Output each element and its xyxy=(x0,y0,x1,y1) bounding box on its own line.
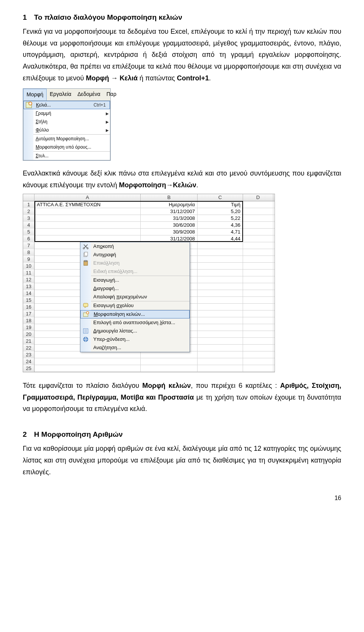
row-header[interactable]: 11 xyxy=(23,270,35,276)
cell[interactable] xyxy=(198,324,243,331)
row-header[interactable]: 19 xyxy=(23,324,35,331)
row-header[interactable]: 8 xyxy=(23,249,35,256)
cell[interactable] xyxy=(243,324,273,331)
row-header[interactable]: 18 xyxy=(23,317,35,324)
row-header[interactable]: 4 xyxy=(23,222,35,229)
menubar-tab-window[interactable]: Παρ xyxy=(104,89,119,100)
cell[interactable] xyxy=(198,263,243,269)
cell[interactable] xyxy=(243,283,273,290)
cell[interactable] xyxy=(198,358,243,365)
cell[interactable] xyxy=(198,351,243,358)
cell[interactable] xyxy=(243,311,273,317)
menu-item[interactable]: Φύλλο▶ xyxy=(24,126,110,134)
cell[interactable] xyxy=(243,222,273,228)
cell[interactable] xyxy=(198,297,243,303)
row-header[interactable]: 23 xyxy=(23,351,35,358)
cell[interactable]: 30/6/2008 xyxy=(141,222,198,228)
cell[interactable] xyxy=(198,242,243,249)
cell[interactable]: 4,44 xyxy=(198,235,243,242)
cell[interactable] xyxy=(198,345,243,351)
context-menu-item[interactable]: Δημιουργία λίστας... xyxy=(80,327,190,335)
cell[interactable] xyxy=(243,338,273,344)
context-menu-item[interactable]: Απαλοιφή περιεχομένων xyxy=(80,293,190,301)
menubar-tab-data[interactable]: Δεδομένα xyxy=(74,89,104,100)
cell[interactable] xyxy=(198,283,243,290)
cell[interactable]: Ημερομηνία xyxy=(141,201,198,208)
row-header[interactable]: 22 xyxy=(23,345,35,351)
cell[interactable]: 31/12/2007 xyxy=(141,208,198,215)
cell[interactable] xyxy=(243,290,273,296)
context-menu-item[interactable]: Μορφοποίηση κελιών... xyxy=(80,310,190,318)
row-header[interactable]: 13 xyxy=(23,283,35,290)
context-menu-item[interactable]: Αντιγραφή xyxy=(80,251,190,259)
cell[interactable] xyxy=(35,365,141,372)
cell[interactable] xyxy=(198,270,243,276)
cell[interactable]: ATTICA A.E. ΣΥΜΜΕΤΟΧΩΝ xyxy=(35,201,141,208)
row-header[interactable]: 12 xyxy=(23,276,35,283)
row-header[interactable]: 16 xyxy=(23,304,35,311)
cell[interactable]: 5,22 xyxy=(198,215,243,221)
cell[interactable] xyxy=(243,345,273,351)
menu-item[interactable]: Γραμμή▶ xyxy=(24,109,110,118)
context-menu-item[interactable]: Υπερ-σύνδεση... xyxy=(80,335,190,343)
cell[interactable] xyxy=(141,358,198,365)
cell[interactable] xyxy=(243,242,273,249)
cell[interactable] xyxy=(243,331,273,337)
cell[interactable] xyxy=(198,311,243,317)
cell[interactable]: Τιμή xyxy=(198,201,243,208)
column-header-C[interactable]: C xyxy=(198,194,243,201)
cell[interactable] xyxy=(243,304,273,310)
cell[interactable]: 4,36 xyxy=(198,222,243,228)
select-all-corner[interactable] xyxy=(23,194,35,201)
cell[interactable]: 30/9/2008 xyxy=(141,229,198,235)
cell[interactable] xyxy=(243,215,273,221)
cell[interactable] xyxy=(198,304,243,310)
cell[interactable] xyxy=(243,351,273,358)
cell[interactable] xyxy=(198,249,243,256)
cell[interactable] xyxy=(243,249,273,256)
cell[interactable] xyxy=(35,358,141,365)
cell[interactable] xyxy=(198,256,243,262)
row-header[interactable]: 9 xyxy=(23,256,35,263)
cell[interactable] xyxy=(243,208,273,215)
cell[interactable]: 5,20 xyxy=(198,208,243,215)
cell[interactable] xyxy=(243,365,273,372)
cell[interactable] xyxy=(243,256,273,262)
cell[interactable] xyxy=(243,317,273,324)
cell[interactable] xyxy=(243,263,273,269)
row-header[interactable]: 7 xyxy=(23,242,35,249)
context-menu-item[interactable]: Εισαγωγή σχολίου xyxy=(80,301,190,310)
cell[interactable] xyxy=(243,270,273,276)
menu-item[interactable]: Κελιά...Ctrl+1 xyxy=(24,101,110,109)
menubar-tab-format[interactable]: Μορφή xyxy=(23,89,47,100)
menu-item[interactable]: Στήλη▶ xyxy=(24,118,110,126)
row-header[interactable]: 17 xyxy=(23,311,35,317)
column-header-D[interactable]: D xyxy=(243,194,273,201)
cell[interactable] xyxy=(243,276,273,283)
row-header[interactable]: 3 xyxy=(23,215,35,222)
cell[interactable] xyxy=(198,338,243,344)
cell[interactable] xyxy=(243,229,273,235)
context-menu-item[interactable]: Διαγραφή... xyxy=(80,284,190,293)
cell[interactable]: 31/12/2008 xyxy=(141,235,198,242)
menubar-tab-tools[interactable]: Εργαλεία xyxy=(47,89,74,100)
context-menu-item[interactable]: Εισαγωγή... xyxy=(80,276,190,284)
row-header[interactable]: 5 xyxy=(23,229,35,235)
cell[interactable] xyxy=(198,317,243,324)
row-header[interactable]: 20 xyxy=(23,331,35,338)
cell[interactable] xyxy=(141,351,198,358)
context-menu-item[interactable]: Αποκοπή xyxy=(80,242,190,251)
cell[interactable] xyxy=(35,222,141,228)
cell[interactable] xyxy=(243,235,273,242)
cell[interactable] xyxy=(243,358,273,365)
row-header[interactable]: 14 xyxy=(23,290,35,297)
context-menu-item[interactable]: Επιλογή από αναπτυσσόμενη λίστα... xyxy=(80,318,190,327)
cell[interactable] xyxy=(141,365,198,372)
row-header[interactable]: 21 xyxy=(23,338,35,345)
cell[interactable] xyxy=(198,365,243,372)
context-menu-item[interactable]: Αναζήτηση... xyxy=(80,343,190,352)
cell[interactable] xyxy=(35,235,141,242)
cell[interactable] xyxy=(198,276,243,283)
row-header[interactable]: 15 xyxy=(23,297,35,304)
cell[interactable] xyxy=(243,297,273,303)
